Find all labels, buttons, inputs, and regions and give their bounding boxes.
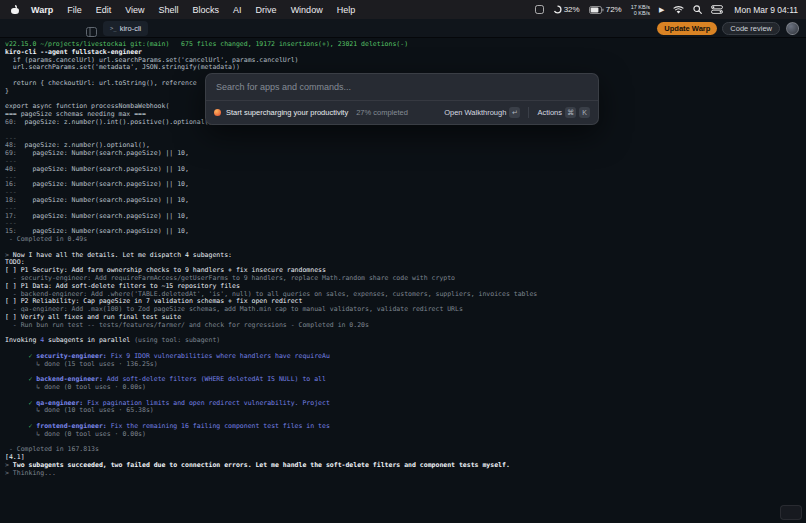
- menu-bar: Warp File Edit View Shell Blocks AI Driv…: [0, 0, 806, 19]
- menu-item-file[interactable]: File: [60, 5, 89, 15]
- command-palette: Start supercharging your productivity 27…: [205, 73, 599, 125]
- search-icon[interactable]: [693, 5, 702, 14]
- return-keycap: ↵: [509, 107, 520, 118]
- terminal-line: 15: pageSize: Number(search.pageSize) ||…: [5, 228, 806, 236]
- terminal-line: 69: pageSize: Number(search.pageSize) ||…: [5, 150, 806, 158]
- terminal-line: - Completed in 0.49s: [5, 236, 806, 244]
- menu-bar-clock[interactable]: Mon Mar 9 04:11: [732, 5, 798, 15]
- code-review-button[interactable]: Code review: [722, 22, 780, 35]
- actions-button[interactable]: Actions ⌘ K: [537, 107, 590, 118]
- battery-status[interactable]: 72%: [589, 5, 622, 14]
- menu-item-drive[interactable]: Drive: [249, 5, 284, 15]
- apple-menu-icon[interactable]: [11, 5, 19, 14]
- terminal-line: > Two subagents succeeded, two failed du…: [5, 462, 806, 470]
- banner-divider: [528, 107, 529, 118]
- update-warp-button[interactable]: Update Warp: [657, 22, 717, 35]
- terminal-icon: >_: [110, 25, 117, 31]
- menu-item-help[interactable]: Help: [330, 5, 363, 15]
- open-walkthrough-button[interactable]: Open Walkthrough ↵: [444, 107, 520, 118]
- terminal-line: ↳ done (10 tool uses · 65.38s): [5, 407, 806, 415]
- terminal-line: ↳ done (0 tool uses · 0.00s): [5, 431, 806, 439]
- terminal-line: ↳ done (0 tool uses · 0.00s): [5, 384, 806, 392]
- palette-banner: Start supercharging your productivity 27…: [206, 100, 598, 124]
- menu-item-window[interactable]: Window: [284, 5, 330, 15]
- terminal-line: - Completed in 167.813s: [5, 446, 806, 454]
- cpu-usage[interactable]: 32%: [553, 5, 580, 14]
- terminal-line: [5, 439, 806, 447]
- network-down-value: 0 KB/s: [631, 10, 650, 16]
- control-center-icon[interactable]: [711, 5, 723, 14]
- cmd-keycap: ⌘: [565, 107, 576, 118]
- terminal-line: 40: pageSize: Number(search.pageSize) ||…: [5, 166, 806, 174]
- terminal-line: ↳ done (15 tool uses · 136.25s): [5, 361, 806, 369]
- rocket-icon: [214, 109, 221, 116]
- open-walkthrough-label: Open Walkthrough: [444, 108, 506, 117]
- screen: Warp File Edit View Shell Blocks AI Driv…: [0, 0, 806, 523]
- terminal-line: > Now I have all the details. Let me dis…: [5, 252, 806, 260]
- menu-item-warp[interactable]: Warp: [24, 5, 60, 15]
- actions-label: Actions: [537, 108, 562, 117]
- menubar-app-icon[interactable]: [535, 5, 544, 14]
- panel-toggle-icon[interactable]: [86, 23, 97, 33]
- tab-title: kiro-cli: [120, 24, 142, 33]
- tab-kiro-cli[interactable]: >_ kiro-cli: [103, 21, 148, 36]
- play-icon[interactable]: ▶: [659, 6, 664, 13]
- menu-item-edit[interactable]: Edit: [89, 5, 119, 15]
- terminal-line: Invoking 4 subagents in parallel (using …: [5, 337, 806, 345]
- tab-bar: >_ kiro-cli Update Warp Code review: [0, 19, 806, 38]
- wifi-icon[interactable]: [673, 6, 684, 14]
- battery-icon: [589, 6, 604, 14]
- terminal-line: - Run bun run test -- tests/features/far…: [5, 322, 806, 330]
- cpu-gauge-icon: [553, 5, 562, 14]
- palette-search-row: [206, 74, 598, 100]
- search-input[interactable]: [216, 82, 588, 92]
- menu-bar-left: Warp File Edit View Shell Blocks AI Driv…: [8, 5, 362, 15]
- terminal-line: url.searchParams.set('metadata', JSON.st…: [5, 64, 806, 72]
- banner-title: Start supercharging your productivity: [226, 108, 348, 117]
- terminal-line: > Thinking...: [5, 470, 806, 478]
- terminal-line: 16: pageSize: Number(search.pageSize) ||…: [5, 181, 806, 189]
- menu-item-shell[interactable]: Shell: [152, 5, 186, 15]
- network-up-value: 17 KB/s: [631, 4, 650, 10]
- terminal-line: [5, 127, 806, 135]
- menu-item-view[interactable]: View: [118, 5, 151, 15]
- menu-item-blocks[interactable]: Blocks: [186, 5, 227, 15]
- corner-widget[interactable]: [780, 505, 802, 520]
- battery-value: 72%: [606, 5, 622, 14]
- account-avatar[interactable]: [786, 22, 799, 35]
- cpu-usage-value: 32%: [564, 5, 580, 14]
- network-speed[interactable]: 17 KB/s 0 KB/s: [631, 4, 650, 16]
- menu-bar-status: 32% 72% 17 KB/s 0 KB/s ▶ Mon Mar 9 04:11: [535, 4, 798, 16]
- menu-item-ai[interactable]: AI: [226, 5, 249, 15]
- terminal-line: 17: pageSize: Number(search.pageSize) ||…: [5, 213, 806, 221]
- terminal-line: 18: pageSize: Number(search.pageSize) ||…: [5, 197, 806, 205]
- banner-progress: 27% completed: [356, 108, 408, 117]
- k-keycap: K: [579, 107, 590, 118]
